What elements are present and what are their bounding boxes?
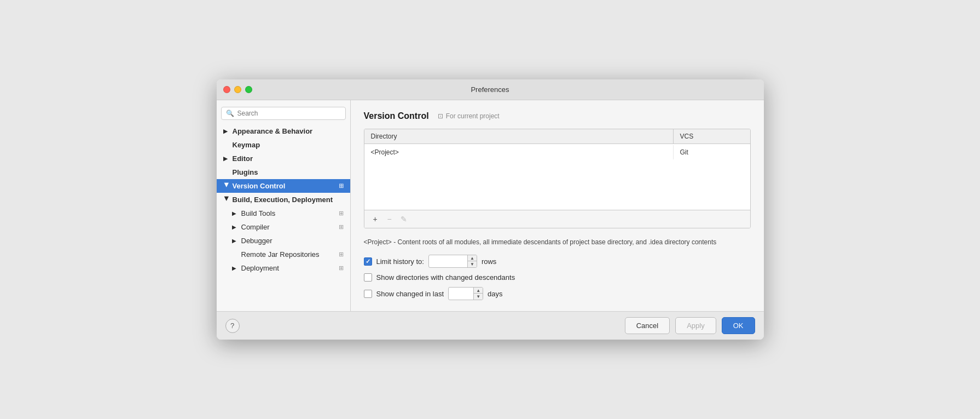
edit-button[interactable]: ✎ xyxy=(397,213,410,225)
close-button[interactable] xyxy=(223,86,230,93)
sidebar-item-label: Keymap xyxy=(233,141,260,149)
limit-history-checkbox[interactable] xyxy=(364,257,372,266)
ok-button[interactable]: OK xyxy=(722,317,755,334)
copy-icon: ⊞ xyxy=(339,265,344,272)
search-box[interactable]: 🔍 xyxy=(221,107,346,120)
chevron-down-icon: ▶ xyxy=(223,197,229,203)
apply-button[interactable]: Apply xyxy=(675,317,716,334)
copy-icon: ⊞ xyxy=(339,182,344,190)
cell-directory: <Project> xyxy=(364,145,674,159)
sidebar-item-label: Version Control xyxy=(233,182,286,190)
sidebar-item-build-execution[interactable]: ▶ Build, Execution, Deployment xyxy=(217,193,350,206)
sidebar-item-debugger[interactable]: ▶ Debugger xyxy=(217,234,350,248)
main-panel: Version Control ⊡ For current project Di… xyxy=(351,100,764,311)
show-changed-last-spinner[interactable]: 31 ▲ ▼ xyxy=(448,287,483,300)
sidebar-item-label: Appearance & Behavior xyxy=(233,127,313,135)
sidebar-item-appearance[interactable]: ▶ Appearance & Behavior xyxy=(217,124,350,138)
sidebar: 🔍 ▶ Appearance & Behavior Keymap ▶ Edito… xyxy=(217,100,351,311)
chevron-right-icon: ▶ xyxy=(232,224,239,230)
limit-history-row: Limit history to: 1,000 ▲ ▼ rows xyxy=(364,255,751,268)
traffic-lights xyxy=(223,86,252,93)
panel-title: Version Control xyxy=(364,111,429,121)
sidebar-item-label: Editor xyxy=(233,154,253,163)
sidebar-item-label: Build, Execution, Deployment xyxy=(233,196,333,204)
spacer-icon xyxy=(223,142,230,148)
table-toolbar: + − ✎ xyxy=(364,210,750,228)
sidebar-item-editor[interactable]: ▶ Editor xyxy=(217,152,350,165)
limit-history-up[interactable]: ▲ xyxy=(468,255,477,261)
search-icon: 🔍 xyxy=(226,110,234,117)
sidebar-item-label: Build Tools xyxy=(241,209,276,217)
show-changed-last-row: Show changed in last 31 ▲ ▼ days xyxy=(364,287,751,300)
limit-history-suffix: rows xyxy=(482,257,496,266)
show-changed-last-down[interactable]: ▼ xyxy=(474,294,483,300)
panel-header: Version Control ⊡ For current project xyxy=(364,111,751,121)
minimize-button[interactable] xyxy=(234,86,241,93)
footer-buttons: Cancel Apply OK xyxy=(625,317,755,334)
column-vcs: VCS xyxy=(674,129,750,144)
options-section: Limit history to: 1,000 ▲ ▼ rows Show di… xyxy=(364,255,751,300)
help-button[interactable]: ? xyxy=(225,319,240,333)
chevron-right-icon: ▶ xyxy=(223,128,230,134)
description-text: <Project> - Content roots of all modules… xyxy=(364,237,751,247)
chevron-right-icon: ▶ xyxy=(223,156,230,162)
window-title: Preferences xyxy=(471,85,509,94)
spacer-icon xyxy=(232,251,239,257)
show-changed-last-arrows: ▲ ▼ xyxy=(473,288,483,300)
sidebar-item-label: Debugger xyxy=(241,237,272,245)
project-icon: ⊡ xyxy=(438,112,443,120)
for-current-project-label: For current project xyxy=(446,112,500,120)
chevron-right-icon: ▶ xyxy=(232,265,239,271)
show-changed-last-suffix: days xyxy=(488,290,502,298)
table-row[interactable]: <Project> Git xyxy=(364,144,750,160)
preferences-window: Preferences 🔍 ▶ Appearance & Behavior Ke… xyxy=(217,79,764,340)
sidebar-item-remote-jar[interactable]: Remote Jar Repositories ⊞ xyxy=(217,248,350,261)
show-changed-descendants-row: Show directories with changed descendant… xyxy=(364,273,751,282)
copy-icon: ⊞ xyxy=(339,251,344,258)
copy-icon: ⊞ xyxy=(339,223,344,231)
limit-history-arrows: ▲ ▼ xyxy=(467,255,477,267)
content-area: 🔍 ▶ Appearance & Behavior Keymap ▶ Edito… xyxy=(217,100,764,311)
cancel-button[interactable]: Cancel xyxy=(625,317,670,334)
sidebar-item-deployment[interactable]: ▶ Deployment ⊞ xyxy=(217,261,350,275)
sidebar-item-label: Remote Jar Repositories xyxy=(241,250,320,259)
vcs-table-header: Directory VCS xyxy=(364,129,750,144)
footer: ? Cancel Apply OK xyxy=(217,311,764,340)
limit-history-spinner[interactable]: 1,000 ▲ ▼ xyxy=(428,255,477,268)
sidebar-item-compiler[interactable]: ▶ Compiler ⊞ xyxy=(217,220,350,234)
show-changed-last-up[interactable]: ▲ xyxy=(474,288,483,294)
sidebar-item-label: Deployment xyxy=(241,264,279,272)
sidebar-item-version-control[interactable]: ▶ Version Control ⊞ xyxy=(217,179,350,193)
show-changed-last-checkbox[interactable] xyxy=(364,290,372,298)
remove-button[interactable]: − xyxy=(383,213,396,225)
sidebar-item-build-tools[interactable]: ▶ Build Tools ⊞ xyxy=(217,206,350,220)
chevron-down-icon: ▶ xyxy=(223,183,229,190)
vcs-table-body[interactable]: <Project> Git xyxy=(364,144,750,210)
chevron-right-icon: ▶ xyxy=(232,238,239,244)
chevron-right-icon: ▶ xyxy=(232,210,239,216)
cell-vcs: Git xyxy=(674,145,750,159)
limit-history-label: Limit history to: xyxy=(376,257,424,266)
sidebar-item-label: Compiler xyxy=(241,223,270,231)
copy-icon: ⊞ xyxy=(339,210,344,217)
sidebar-item-keymap[interactable]: Keymap xyxy=(217,138,350,152)
titlebar: Preferences xyxy=(217,79,764,100)
show-changed-descendants-label: Show directories with changed descendant… xyxy=(376,273,515,282)
limit-history-down[interactable]: ▼ xyxy=(468,261,477,267)
for-current-project: ⊡ For current project xyxy=(438,112,500,120)
sidebar-item-plugins[interactable]: Plugins xyxy=(217,165,350,179)
show-changed-descendants-checkbox[interactable] xyxy=(364,273,372,282)
add-button[interactable]: + xyxy=(369,213,382,225)
maximize-button[interactable] xyxy=(245,86,252,93)
show-changed-last-label: Show changed in last xyxy=(376,290,444,298)
show-changed-last-input[interactable]: 31 xyxy=(449,288,473,299)
vcs-table: Directory VCS <Project> Git + − ✎ xyxy=(364,129,751,228)
search-input[interactable] xyxy=(237,110,341,117)
limit-history-input[interactable]: 1,000 xyxy=(429,256,467,267)
sidebar-item-label: Plugins xyxy=(233,168,258,176)
spacer-icon xyxy=(223,169,230,175)
column-directory: Directory xyxy=(364,129,674,144)
